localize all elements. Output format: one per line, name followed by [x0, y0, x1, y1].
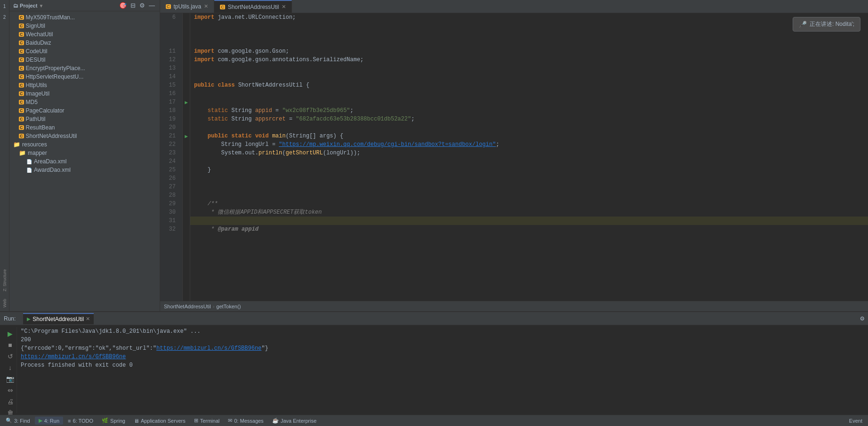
run-icon-small: ▶: [27, 316, 31, 322]
hide-icon[interactable]: —: [148, 2, 156, 9]
run-screenshot-btn[interactable]: 📷: [5, 374, 15, 384]
mmbiz-url-link[interactable]: https://mmbizurl.cn/s/GfSBB96ne: [21, 354, 126, 360]
messages-icon: ✉: [228, 418, 232, 424]
status-tab-todo[interactable]: ≡ 6: TODO: [64, 417, 97, 425]
run-output-line-6: Process finished with exit code 0: [21, 361, 864, 370]
status-tab-terminal[interactable]: ⊞ Terminal: [190, 417, 224, 425]
class-icon: C: [19, 49, 24, 54]
run-play-btn[interactable]: ▶: [7, 329, 14, 338]
status-bar: 🔍 3: Find ▶ 4: Run ≡ 6: TODO 🌿 Spring 🖥 …: [0, 415, 868, 426]
code-line-20: [190, 123, 868, 132]
bottom-panel-header: Run: ▶ ShortNetAddressUtil ✕ ⚙: [0, 312, 868, 325]
status-tab-java-enterprise[interactable]: ☕ Java Enterprise: [268, 417, 320, 425]
tab-shortnetaddressutil[interactable]: C ShortNetAddressUtil ✕: [214, 0, 292, 13]
class-icon: C: [19, 125, 24, 130]
tree-item-wechatutil[interactable]: C WechatUtil: [9, 30, 160, 39]
tree-item-myX509[interactable]: C MyX509TrustMan...: [9, 13, 160, 22]
class-icon: C: [19, 108, 24, 113]
run-output-line-2: 200: [21, 336, 864, 344]
tree-item-encryptproperty[interactable]: C EncryptPropertyPlace...: [9, 64, 160, 72]
settings-icon[interactable]: ⚙: [138, 2, 146, 9]
short-url-link[interactable]: https://mmbizurl.cn/s/GfSBB96ne: [156, 345, 261, 352]
tree-item-httputils[interactable]: C HttpUtils: [9, 81, 160, 89]
status-tab-find[interactable]: 🔍 3: Find: [2, 417, 34, 425]
tree-item-resources[interactable]: 📁 resources: [9, 140, 160, 149]
code-line-24: [190, 157, 868, 166]
run-sidebar: ▶ ■ ↺ ↓ 📷 ⇔ 🖨 🗑 📌: [4, 327, 17, 413]
code-line-blank3: [190, 39, 868, 47]
run-rerun-btn[interactable]: ↺: [7, 352, 14, 361]
run-output-line-3: {"errcode":0,"errmsg":"ok","short_url":"…: [21, 344, 864, 353]
tab-close-tputils[interactable]: ✕: [204, 3, 208, 9]
breadcrumb-class[interactable]: ShortNetAddressUtil: [164, 304, 211, 309]
class-icon: C: [19, 57, 24, 62]
run-wrap-btn[interactable]: ⇔: [7, 386, 14, 395]
run-stop-btn[interactable]: ■: [7, 340, 13, 350]
breadcrumb-separator: ›: [213, 304, 215, 309]
breadcrumb-method[interactable]: getToken(): [216, 304, 241, 309]
line-numbers: 6 11 12 13 14 15 16 17 18 19 20 21 22 23…: [160, 13, 183, 301]
tree-item-signutil[interactable]: C SignUtil: [9, 22, 160, 30]
run-scroll-end-btn[interactable]: ↓: [8, 363, 13, 372]
gutter: ▶ ▶: [183, 13, 190, 301]
project-tree: C MyX509TrustMan... C SignUtil C WechatU…: [9, 11, 160, 311]
run-trash-btn[interactable]: 🗑: [6, 408, 15, 415]
run-status-icon: ▶: [39, 418, 42, 424]
class-icon: C: [19, 32, 24, 37]
panel-settings-icon[interactable]: ⚙: [860, 314, 864, 322]
code-line-21: public static void main(String[] args) {: [190, 132, 868, 140]
appservers-icon: 🖥: [134, 418, 139, 424]
tree-item-pagecalculator[interactable]: C PageCalculator: [9, 106, 160, 115]
class-icon: C: [19, 117, 24, 121]
status-tab-spring[interactable]: 🌿 Spring: [98, 417, 129, 425]
panel-tab-close[interactable]: ✕: [86, 316, 90, 322]
tree-item-resultbean[interactable]: C ResultBean: [9, 123, 160, 132]
status-tab-messages[interactable]: ✉ 0: Messages: [224, 417, 267, 425]
bottom-panel: Run: ▶ ShortNetAddressUtil ✕ ⚙ ▶ ■ ↺ ↓ 📷…: [0, 311, 868, 415]
tab-tputils[interactable]: C tpUtils.java ✕: [160, 0, 214, 13]
tree-item-areadao[interactable]: 📄 AreaDao.xml: [9, 157, 160, 166]
tree-item-shortnetaddressutil[interactable]: C ShortNetAddressUtil: [9, 132, 160, 140]
class-icon: C: [19, 74, 24, 79]
panel-tab-shortnet[interactable]: ▶ ShortNetAddressUtil ✕: [23, 313, 94, 324]
code-scroll[interactable]: import java.net.URLConnection; import co…: [190, 13, 868, 301]
tab-icon: C: [166, 4, 171, 9]
collapse-icon[interactable]: ⊟: [130, 2, 137, 9]
run-print-btn[interactable]: 🖨: [6, 397, 15, 406]
status-tab-run[interactable]: ▶ 4: Run: [35, 417, 63, 425]
class-icon: C: [19, 66, 24, 71]
tree-item-httpservlet[interactable]: C HttpServletRequestU...: [9, 72, 160, 81]
tree-item-baidudwz[interactable]: C BaiduDwz: [9, 39, 160, 47]
run-output-line-4: https://mmbizurl.cn/s/GfSBB96ne: [21, 353, 864, 361]
tree-item-codeutil[interactable]: C CodeUtil: [9, 47, 160, 56]
tree-item-imageutil[interactable]: C ImageUtil: [9, 89, 160, 98]
structure-label[interactable]: Z: Structure: [1, 267, 8, 293]
class-icon: C: [19, 15, 24, 20]
run-gutter-icon[interactable]: ▶: [183, 98, 190, 106]
project-icon: 🗂: [13, 3, 18, 8]
status-tab-appservers[interactable]: 🖥 Application Servers: [130, 417, 189, 425]
project-dropdown-icon[interactable]: ▼: [39, 3, 43, 8]
code-editor[interactable]: 🎤 正在讲述: Nodita'; 6 11 12 13 14 15 16 17 …: [160, 13, 868, 301]
code-line-31: [190, 217, 868, 225]
tree-item-md5[interactable]: C MD5: [9, 98, 160, 106]
code-line-26: [190, 174, 868, 183]
tree-item-desutil[interactable]: C DESUtil: [9, 56, 160, 64]
xml-icon: 📄: [26, 168, 32, 173]
event-label[interactable]: Event: [849, 418, 866, 424]
notification-toast: 🎤 正在讲述: Nodita';: [793, 17, 860, 32]
tab-icon-active: C: [220, 5, 225, 9]
tree-item-awarddao[interactable]: 📄 AwardDao.xml: [9, 166, 160, 174]
tab-close-shortnet[interactable]: ✕: [282, 4, 286, 10]
run-gutter-icon-method[interactable]: ▶: [183, 132, 190, 140]
class-icon: C: [19, 134, 24, 138]
tree-item-mapper[interactable]: 📁 mapper: [9, 149, 160, 157]
locate-icon[interactable]: 🎯: [118, 2, 128, 9]
java-enterprise-icon: ☕: [272, 418, 279, 424]
folder-icon: 📁: [13, 141, 20, 148]
top-area: 1 2 Z: Structure Web 🗂 Project ▼ 🎯 ⊟ ⚙ —…: [0, 0, 868, 311]
web-label[interactable]: Web: [1, 297, 8, 309]
tree-item-pathutil[interactable]: C PathUtil: [9, 115, 160, 123]
code-line-11: import com.google.gson.Gson;: [190, 47, 868, 56]
editor-area: C tpUtils.java ✕ C ShortNetAddressUtil ✕…: [160, 0, 868, 311]
